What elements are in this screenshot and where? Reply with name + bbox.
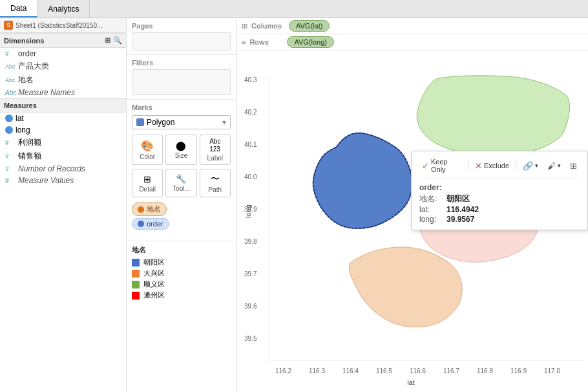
diming-pill[interactable]: 地名	[132, 202, 167, 216]
legend-color-0	[132, 259, 140, 267]
filters-drop-area[interactable]	[132, 69, 231, 95]
dim-diming[interactable]: Abc 地名	[0, 73, 126, 87]
marks-buttons-row2: ⊞ Detail 🔧 Tool... 〜 Path	[132, 169, 231, 197]
tooltip-toolbar: ✓ Keep Only ✕ Exclude 🔗 ▾ 🖌	[419, 157, 580, 179]
marks-type-label: Polygon	[147, 118, 220, 127]
legend-item-1: 大兴区	[132, 268, 231, 278]
pages-shelf: Pages	[127, 18, 236, 55]
polygon-icon	[136, 118, 144, 126]
region-tongzhou[interactable]	[349, 247, 462, 327]
svg-text:116.5: 116.5	[376, 367, 392, 375]
legend-color-3	[132, 292, 140, 299]
chart-panel: ⊞ Columns AVG(lat) ≡ Rows AVG(long) 40.3…	[236, 18, 588, 392]
abc-icon2: Abc	[5, 77, 16, 83]
legend-color-1	[132, 270, 140, 278]
link-button[interactable]: 🔗 ▾	[520, 160, 541, 172]
svg-text:39.5: 39.5	[244, 335, 257, 342]
x-icon: ✕	[475, 161, 482, 171]
data-source-row[interactable]: S Sheet1 (StatisticsStaff20150...	[0, 18, 126, 33]
legend-color-2	[132, 281, 140, 289]
left-panel: S Sheet1 (StatisticsStaff20150... Dimens…	[0, 18, 127, 392]
dim-measure-names[interactable]: Abc Measure Names	[0, 87, 126, 98]
filters-label: Filters	[132, 59, 231, 67]
source-label: Sheet1 (StatisticsStaff20150...	[16, 22, 102, 29]
order-pill[interactable]: order	[132, 218, 169, 230]
label-button[interactable]: Abc123 Label	[200, 135, 231, 165]
svg-text:39.6: 39.6	[244, 303, 257, 310]
keep-only-button[interactable]: ✓ Keep Only	[419, 157, 464, 175]
marks-type-dropdown[interactable]: Polygon ▾	[132, 115, 231, 129]
size-button[interactable]: ⬤ Size	[165, 135, 196, 165]
link-arrow: ▾	[535, 162, 538, 169]
pages-drop-area[interactable]	[132, 32, 231, 50]
order-pill-row: order	[132, 218, 231, 230]
color-icon: 🎨	[141, 140, 154, 152]
color-button[interactable]: 🎨 Color	[132, 135, 163, 165]
toolbar-separator	[468, 160, 468, 171]
dimensions-header: Dimensions ⊞ 🔍	[0, 33, 126, 48]
measure-lat[interactable]: lat	[0, 113, 126, 124]
marks-buttons-row1: 🎨 Color ⬤ Size Abc123 Label	[132, 135, 231, 165]
chart-area[interactable]: 40.3 40.2 40.1 40.0 39.9 39.8 39.7 39.6 …	[236, 50, 588, 392]
svg-text:39.8: 39.8	[244, 238, 257, 245]
dim-order[interactable]: # order	[0, 48, 126, 60]
tab-analytics[interactable]: Analytics	[37, 0, 90, 17]
measure-values[interactable]: # Measure Values	[0, 175, 126, 186]
filters-shelf: Filters	[127, 55, 236, 100]
link-icon: 🔗	[523, 161, 533, 171]
detail-button[interactable]: ⊞ Detail	[132, 169, 163, 197]
tooltip-section-label: order:	[419, 183, 580, 192]
paint-icon: 🖌	[547, 161, 556, 171]
checkmark-icon: ✓	[422, 161, 429, 171]
svg-text:117.0: 117.0	[544, 367, 560, 375]
region-chaoyang[interactable]	[313, 133, 413, 228]
svg-text:39.7: 39.7	[244, 270, 257, 278]
pill-order-icon	[138, 221, 144, 227]
tooltip-row-lat: lat: 116.4942	[419, 205, 580, 214]
tab-data[interactable]: Data	[0, 0, 37, 17]
tooltip-button[interactable]: 🔧 Tool...	[165, 169, 196, 197]
measure-long[interactable]: long	[0, 124, 126, 136]
abc-icon: Abc	[5, 63, 16, 70]
hash-icon-mval: #	[5, 177, 16, 184]
legend-section: 地名 朝阳区 大兴区 顺义区 通州区	[127, 241, 236, 305]
svg-text:40.3: 40.3	[244, 76, 257, 83]
svg-text:116.2: 116.2	[275, 367, 291, 375]
hash-icon-numrec: #	[5, 166, 16, 173]
rows-shelf-row: ≡ Rows AVG(long)	[236, 34, 588, 50]
dim-product[interactable]: Abc 产品大类	[0, 60, 126, 73]
svg-text:40.2: 40.2	[244, 109, 257, 116]
measure-num-records[interactable]: # Number of Records	[0, 163, 126, 175]
rows-pill[interactable]: AVG(long)	[287, 36, 334, 48]
tooltip-row-diming: 地名: 朝阳区	[419, 193, 580, 204]
italic-icon: Abc	[5, 89, 16, 96]
measures-list: lat long # 利润额 # 销售额 # Number of Records…	[0, 113, 126, 186]
marks-section: Marks Polygon ▾ 🎨 Color ⬤ Size Abc123 La…	[127, 100, 236, 235]
tooltip-extra-button[interactable]: 🖌 ▾	[545, 160, 563, 172]
region-daxing[interactable]	[417, 76, 569, 157]
measure-sales[interactable]: # 销售额	[0, 149, 126, 163]
columns-pill[interactable]: AVG(lat)	[289, 20, 330, 32]
detail-icon: ⊞	[143, 174, 151, 184]
path-icon: 〜	[211, 173, 220, 185]
legend-title: 地名	[132, 245, 231, 255]
dimensions-search-icon[interactable]: 🔍	[113, 36, 122, 45]
size-icon: ⬤	[176, 140, 186, 151]
pages-label: Pages	[132, 22, 231, 30]
legend-item-2: 顺义区	[132, 279, 231, 289]
dimensions-grid-icon[interactable]: ⊞	[105, 36, 110, 45]
measure-profit[interactable]: # 利润额	[0, 136, 126, 149]
tooltip-row-long: long: 39.9567	[419, 215, 580, 224]
svg-text:116.3: 116.3	[309, 367, 325, 375]
tooltip-table-button[interactable]: ⊞	[567, 160, 580, 172]
svg-text:116.4: 116.4	[342, 367, 359, 375]
measures-header: Measures	[0, 98, 126, 113]
dimensions-list: # order Abc 产品大类 Abc 地名 Abc Measure Name…	[0, 48, 126, 98]
legend-item-3: 通州区	[132, 290, 231, 300]
hash-icon-profit: #	[5, 139, 16, 146]
exclude-button[interactable]: ✕ Exclude	[472, 160, 512, 172]
path-button[interactable]: 〜 Path	[200, 169, 231, 197]
paint-arrow: ▾	[558, 162, 561, 169]
svg-text:lat: lat	[407, 378, 415, 386]
pill-geo-icon	[138, 206, 144, 213]
